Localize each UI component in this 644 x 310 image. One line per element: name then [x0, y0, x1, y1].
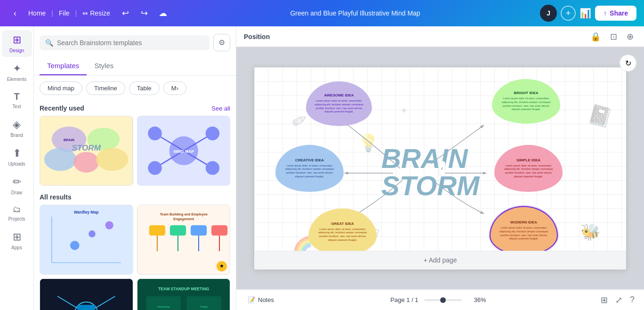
- chip-timeline[interactable]: Timeline: [86, 81, 125, 95]
- main-content: ⊞ Design ✦ Elements T Text ◈ Brand ⬆ Upl…: [0, 26, 644, 310]
- template-card-3[interactable]: DATA ★: [40, 278, 133, 310]
- bottom-bar: 📝 Notes Page 1 / 1 36% ⊞ ⤢ ?: [236, 289, 644, 310]
- home-nav[interactable]: Home: [28, 9, 46, 17]
- canvas-toolbar: Position 🔒 ⊡ ⊕: [236, 26, 644, 47]
- analytics-button[interactable]: 📊: [580, 8, 591, 19]
- back-button[interactable]: ‹: [8, 6, 23, 21]
- tab-templates[interactable]: Templates: [40, 57, 87, 75]
- template-card-recent-2[interactable]: MIND MAP: [137, 116, 231, 186]
- grid-view-button[interactable]: ⊞: [599, 293, 610, 307]
- sidebar-item-label: Design: [9, 48, 24, 53]
- sidebar-item-projects[interactable]: 🗂 Projects: [2, 201, 32, 225]
- help-button[interactable]: ?: [628, 293, 636, 307]
- search-bar: 🔍 ⚙: [34, 26, 236, 57]
- fullscreen-button[interactable]: ⤢: [613, 293, 624, 307]
- sidebar-item-label: Draw: [11, 190, 22, 195]
- position-label: Position: [244, 33, 270, 40]
- templates-panel: 🔍 ⚙ Templates Styles Mind map Timeline T…: [34, 26, 236, 310]
- template-card-recent-1[interactable]: BRAIN STORM: [40, 116, 133, 186]
- canvas-viewport[interactable]: ↻ ✏ 💡 📓 ❀ 🌈 ✦: [236, 47, 644, 289]
- refresh-button[interactable]: ↻: [620, 55, 636, 72]
- template-card-2[interactable]: Team Building and Employee Engagement: [137, 205, 231, 275]
- lightbulb-decoration: 💡: [358, 133, 379, 153]
- awesome-idea-text: Lorem ipsum dolor sit amet, consectetur …: [313, 99, 365, 114]
- panel-scroll[interactable]: Recently used See all BRAIN: [34, 99, 236, 310]
- search-input[interactable]: [57, 39, 204, 47]
- svg-text:TEAM STANDUP MEETING: TEAM STANDUP MEETING: [158, 286, 209, 291]
- recently-used-grid: BRAIN STORM: [40, 116, 230, 186]
- add-button[interactable]: ⊕: [624, 30, 636, 44]
- template-thumb-1: BRAIN STORM: [40, 116, 133, 185]
- sidebar-item-brand[interactable]: ◈ Brand: [2, 115, 32, 142]
- sidebar-item-uploads[interactable]: ⬆ Uploads: [2, 143, 32, 170]
- share-button[interactable]: ↑ Share: [595, 6, 636, 21]
- chip-mind-map[interactable]: Mind map: [40, 81, 82, 95]
- file-nav[interactable]: File: [59, 9, 70, 17]
- svg-text:Team Building and Employee: Team Building and Employee: [160, 212, 208, 216]
- svg-text:Today: Today: [200, 305, 208, 308]
- modern-idea-title: MODERN IDEA: [510, 220, 537, 224]
- see-all-button[interactable]: See all: [211, 105, 230, 112]
- svg-point-23: [89, 231, 96, 238]
- sidebar-item-draw[interactable]: ✏ Draw: [2, 172, 32, 199]
- great-idea-title: GREAT IDEA: [331, 222, 354, 226]
- bottom-center: Page 1 / 1 36%: [283, 296, 593, 303]
- chip-table[interactable]: Table: [129, 81, 160, 95]
- search-input-wrap: 🔍: [40, 35, 209, 50]
- projects-icon: 🗂: [13, 205, 21, 215]
- svg-text:Engagement: Engagement: [173, 217, 194, 221]
- sidebar-item-label: Uploads: [8, 161, 25, 167]
- sidebar-item-apps[interactable]: ⊞ Apps: [2, 227, 32, 254]
- sidebar: ⊞ Design ✦ Elements T Text ◈ Brand ⬆ Upl…: [0, 26, 34, 310]
- bright-idea-text: Lorem ipsum dolor sit amet, consectetur …: [499, 97, 554, 111]
- creative-idea-text: Lorem ipsum dolor sit amet, consectetur …: [282, 164, 337, 179]
- lock-button[interactable]: 🔒: [588, 30, 604, 44]
- apps-icon: ⊞: [13, 231, 21, 243]
- topbar-right: J + 📊 ↑ Share: [540, 5, 636, 22]
- add-collaborator-button[interactable]: +: [561, 6, 576, 21]
- add-page-button[interactable]: + Add page: [423, 256, 457, 264]
- notes-button[interactable]: 📝 Notes: [244, 294, 278, 305]
- template-thumb-6: TEAM STANDUP MEETING Yesterday Today Blo…: [137, 279, 230, 310]
- all-results-grid: Wardley Map Team Building and Employee E…: [40, 205, 230, 310]
- filter-button[interactable]: ⚙: [213, 34, 230, 51]
- simple-idea-text: Lorem ipsum dolor sit amet, consectetur …: [501, 164, 556, 179]
- avatar[interactable]: J: [540, 5, 557, 22]
- svg-rect-43: [78, 305, 95, 310]
- tab-styles[interactable]: Styles: [87, 57, 121, 75]
- cloud-save-button[interactable]: ☁: [155, 6, 170, 21]
- creative-idea-title: CREATIVE IDEA: [295, 158, 324, 162]
- canvas-area: Position 🔒 ⊡ ⊕ ↻ ✏ 💡 📓 ❀ 🌈: [236, 26, 644, 310]
- topbar-divider: |: [51, 9, 53, 17]
- resize-nav[interactable]: ⇔ Resize: [82, 9, 110, 17]
- svg-point-22: [70, 241, 80, 250]
- page-slider[interactable]: [424, 299, 462, 301]
- uploads-icon: ⬆: [13, 147, 21, 159]
- template-thumb-3: Wardley Map: [40, 205, 133, 274]
- sidebar-item-design[interactable]: ⊞ Design: [2, 30, 32, 57]
- svg-point-5: [73, 152, 99, 173]
- star-decoration: ✦: [400, 105, 408, 116]
- template-card-1[interactable]: Wardley Map: [40, 205, 133, 275]
- template-tabs: Templates Styles: [34, 57, 236, 76]
- chip-more[interactable]: M›: [163, 81, 186, 95]
- svg-text:STORM: STORM: [72, 143, 101, 152]
- template-thumb-5: DATA: [40, 279, 133, 310]
- page-slider-thumb: [440, 297, 446, 303]
- topbar-left: ‹ Home | File | ⇔ Resize: [8, 6, 110, 21]
- recently-used-title: Recently used: [40, 104, 84, 112]
- recently-used-section: Recently used See all: [40, 104, 230, 112]
- hide-panel-button[interactable]: ‹: [439, 161, 445, 176]
- svg-point-16: [148, 161, 161, 175]
- canvas-toolbar-icons: 🔒 ⊡ ⊕: [588, 30, 636, 44]
- svg-text:Wardley Map: Wardley Map: [74, 210, 98, 215]
- undo-button[interactable]: ↩: [118, 6, 133, 21]
- crop-button[interactable]: ⊡: [607, 30, 620, 44]
- template-card-4[interactable]: TEAM STANDUP MEETING Yesterday Today Blo…: [137, 278, 231, 310]
- svg-rect-30: [169, 225, 185, 236]
- bottom-right-controls: ⊞ ⤢ ?: [599, 293, 636, 307]
- sidebar-item-elements[interactable]: ✦ Elements: [2, 59, 32, 86]
- zoom-level[interactable]: 36%: [467, 296, 486, 303]
- sidebar-item-text[interactable]: T Text: [2, 87, 32, 113]
- redo-button[interactable]: ↪: [137, 6, 152, 21]
